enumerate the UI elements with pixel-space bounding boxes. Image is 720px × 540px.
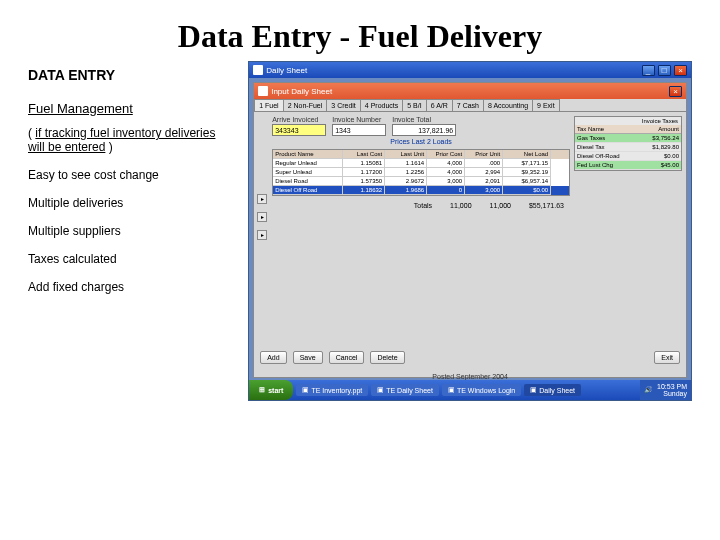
maximize-button[interactable]: □ bbox=[658, 65, 671, 76]
clock: 10:53 PM bbox=[657, 383, 687, 390]
dialog-title: Input Daily Sheet bbox=[271, 87, 332, 96]
tab-bi[interactable]: 5 B/I bbox=[402, 99, 426, 111]
tab-ar[interactable]: 6 A/R bbox=[426, 99, 453, 111]
tab-exit[interactable]: 9 Exit bbox=[532, 99, 560, 111]
tax-amt: $1,829.80 bbox=[632, 143, 681, 151]
col-priorcost[interactable]: Prior Cost bbox=[427, 150, 465, 159]
invtot-input[interactable] bbox=[392, 124, 456, 136]
tax-hd-amt: Amount bbox=[632, 125, 681, 133]
minimize-button[interactable]: _ bbox=[642, 65, 655, 76]
tab-products[interactable]: 4 Products bbox=[360, 99, 403, 111]
bullet: Multiple suppliers bbox=[28, 224, 234, 238]
side-toolbar: ▸ ▸ ▸ bbox=[257, 194, 267, 240]
dialog-titlebar[interactable]: Input Daily Sheet × bbox=[254, 83, 686, 99]
cell[interactable]: 2.9672 bbox=[385, 177, 427, 186]
exit-button[interactable]: Exit bbox=[654, 351, 680, 364]
tab-strip: 1 Fuel 2 Non-Fuel 3 Credit 4 Products 5 … bbox=[254, 99, 686, 112]
tax-name: Diesel Off-Road bbox=[575, 152, 632, 160]
slide-text: DATA ENTRY Fuel Management ( if tracking… bbox=[28, 61, 234, 401]
cell[interactable]: Regular Unlead bbox=[273, 159, 343, 168]
cell[interactable]: Diesel Road bbox=[273, 177, 343, 186]
cell[interactable]: 1.2256 bbox=[385, 168, 427, 177]
taskbar[interactable]: ⊞ start ▣TE Inventory.ppt ▣TE Daily Shee… bbox=[249, 380, 691, 400]
product-grid[interactable]: Product Name Last Cost Last Unit Prior C… bbox=[272, 149, 570, 196]
tax-amt: $3,756.24 bbox=[632, 134, 681, 142]
cell[interactable]: 0 bbox=[427, 186, 465, 195]
app-icon: ▣ bbox=[530, 386, 537, 394]
tray-icon[interactable]: 🔊 bbox=[644, 386, 653, 394]
tax-amt: $45.00 bbox=[632, 161, 681, 169]
cell[interactable]: 3,000 bbox=[427, 177, 465, 186]
tax-name: Gas Taxes bbox=[575, 134, 632, 142]
slide-title: Data Entry - Fuel Delivery bbox=[0, 0, 720, 61]
col-netload[interactable]: Net Load bbox=[503, 150, 551, 159]
cell[interactable]: 2,091 bbox=[465, 177, 503, 186]
cell[interactable]: .000 bbox=[465, 159, 503, 168]
tax-name: Diesel Tax bbox=[575, 143, 632, 151]
outer-titlebar[interactable]: Daily Sheet _ □ × bbox=[249, 62, 691, 78]
cell[interactable]: 4,000 bbox=[427, 159, 465, 168]
cell[interactable]: 1.1614 bbox=[385, 159, 427, 168]
outer-title: Daily Sheet bbox=[266, 66, 307, 75]
totals-label: Totals bbox=[414, 202, 432, 209]
arrive-input[interactable] bbox=[272, 124, 326, 136]
task-item[interactable]: ▣TE Inventory.ppt bbox=[296, 384, 368, 396]
section-sub: Fuel Management bbox=[28, 101, 234, 116]
arrive-label: Arrive Invoiced bbox=[272, 116, 326, 123]
windows-icon: ⊞ bbox=[259, 386, 265, 394]
invno-input[interactable] bbox=[332, 124, 386, 136]
start-button[interactable]: ⊞ start bbox=[249, 380, 293, 400]
task-item-active[interactable]: ▣Daily Sheet bbox=[524, 384, 581, 396]
cell[interactable]: 1.57350 bbox=[343, 177, 385, 186]
app-icon bbox=[253, 65, 263, 75]
cell[interactable]: 3,000 bbox=[465, 186, 503, 195]
cell[interactable]: $9,352.19 bbox=[503, 168, 551, 177]
tax-amt: $0.00 bbox=[632, 152, 681, 160]
bullet: Multiple deliveries bbox=[28, 196, 234, 210]
cell[interactable]: 2,994 bbox=[465, 168, 503, 177]
totals-v2: 11,000 bbox=[490, 202, 511, 209]
ppt-icon: ▣ bbox=[302, 386, 309, 394]
cell[interactable]: $6,957.14 bbox=[503, 177, 551, 186]
col-lastcost[interactable]: Last Cost bbox=[343, 150, 385, 159]
app-icon: ▣ bbox=[448, 386, 455, 394]
system-tray[interactable]: 🔊 10:53 PM Sunday bbox=[640, 380, 691, 400]
clock-day: Sunday bbox=[657, 390, 687, 397]
tool-icon[interactable]: ▸ bbox=[257, 230, 267, 240]
taxes-title: Invoice Taxes bbox=[575, 117, 681, 125]
tab-fuel[interactable]: 1 Fuel bbox=[254, 99, 283, 111]
col-lastunit[interactable]: Last Unit bbox=[385, 150, 427, 159]
task-item[interactable]: ▣TE Windows Login bbox=[442, 384, 521, 396]
grid-title: Prices Last 2 Loads bbox=[272, 138, 570, 145]
cell[interactable]: 4,000 bbox=[427, 168, 465, 177]
col-priorunit[interactable]: Prior Unit bbox=[465, 150, 503, 159]
bullet: Easy to see cost change bbox=[28, 168, 234, 182]
tool-icon[interactable]: ▸ bbox=[257, 194, 267, 204]
col-product[interactable]: Product Name bbox=[273, 150, 343, 159]
save-button[interactable]: Save bbox=[293, 351, 323, 364]
status-footer: Posted September 2004 bbox=[253, 373, 687, 380]
cell[interactable]: $0.00 bbox=[503, 186, 551, 195]
close-button[interactable]: × bbox=[674, 65, 687, 76]
add-button[interactable]: Add bbox=[260, 351, 286, 364]
tab-accounting[interactable]: 8 Accounting bbox=[483, 99, 533, 111]
cell[interactable]: 1.9686 bbox=[385, 186, 427, 195]
delete-button[interactable]: Delete bbox=[370, 351, 404, 364]
cell[interactable]: 1.15081 bbox=[343, 159, 385, 168]
task-item[interactable]: ▣TE Daily Sheet bbox=[371, 384, 439, 396]
cell[interactable]: 1.17200 bbox=[343, 168, 385, 177]
tab-nonfuel[interactable]: 2 Non-Fuel bbox=[283, 99, 328, 111]
cancel-button[interactable]: Cancel bbox=[329, 351, 365, 364]
cell[interactable]: Super Unlead bbox=[273, 168, 343, 177]
cell[interactable]: Diesel Off Road bbox=[273, 186, 343, 195]
section-heading: DATA ENTRY bbox=[28, 67, 234, 83]
section-note: ( if tracking fuel inventory deliveries … bbox=[28, 126, 234, 154]
tool-icon[interactable]: ▸ bbox=[257, 212, 267, 222]
tab-credit[interactable]: 3 Credit bbox=[326, 99, 361, 111]
tab-cash[interactable]: 7 Cash bbox=[452, 99, 484, 111]
totals-v1: 11,000 bbox=[450, 202, 471, 209]
dialog-close-button[interactable]: × bbox=[669, 86, 682, 97]
invoice-taxes-panel: Invoice Taxes Tax NameAmount Gas Taxes$3… bbox=[574, 116, 682, 171]
cell[interactable]: $7,171.15 bbox=[503, 159, 551, 168]
cell[interactable]: 1.18632 bbox=[343, 186, 385, 195]
